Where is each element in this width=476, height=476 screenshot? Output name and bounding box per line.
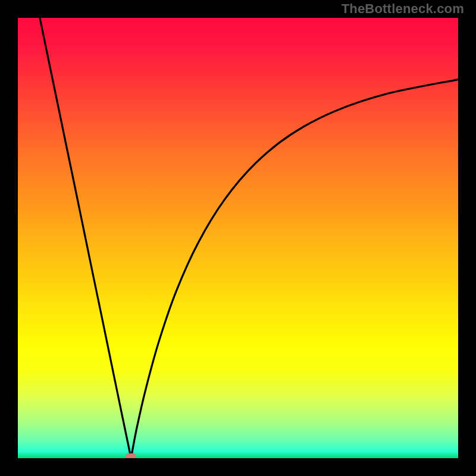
bottleneck-curve: [18, 18, 458, 458]
chart-frame: TheBottleneck.com: [0, 0, 476, 476]
watermark-text: TheBottleneck.com: [342, 1, 464, 17]
optimal-point-marker: [126, 453, 136, 458]
plot-area: [18, 18, 458, 458]
